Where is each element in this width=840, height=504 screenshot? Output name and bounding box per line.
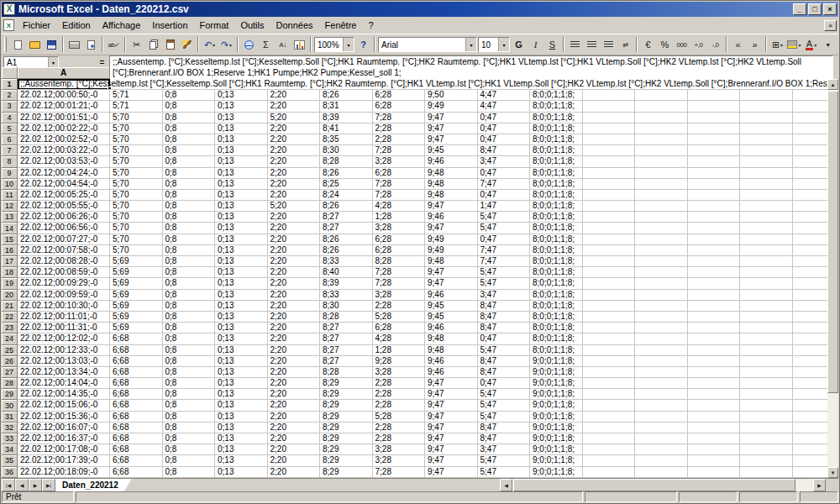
maximize-button[interactable]: □ bbox=[808, 3, 822, 15]
cell[interactable]: 5;47 bbox=[478, 389, 531, 400]
empty-cells[interactable] bbox=[583, 467, 828, 478]
cell[interactable]: 9;47 bbox=[425, 389, 478, 400]
cell[interactable]: 2;20 bbox=[268, 444, 321, 455]
cell[interactable]: 3;28 bbox=[373, 290, 426, 301]
cell[interactable]: 22.02.12;00:03:22;-0 bbox=[18, 145, 110, 156]
cell[interactable]: 9;47 bbox=[425, 378, 478, 389]
cell[interactable]: 3;47 bbox=[478, 156, 531, 167]
cell[interactable]: 2;20 bbox=[268, 245, 321, 256]
cell[interactable]: 8;28 bbox=[320, 156, 373, 167]
cell[interactable]: 8;27 bbox=[320, 345, 373, 356]
cell[interactable]: 0;8 bbox=[163, 333, 216, 344]
row-header[interactable]: 12 bbox=[2, 201, 18, 212]
cell[interactable]: 2;28 bbox=[373, 134, 426, 145]
previous-sheet-button[interactable]: ◀ bbox=[15, 479, 29, 491]
cell[interactable]: 9;47 bbox=[425, 400, 478, 411]
cell[interactable]: 8;0;0;1;1;8; bbox=[530, 312, 583, 323]
cell[interactable]: 0;8 bbox=[163, 312, 216, 323]
cell[interactable]: 0;47 bbox=[478, 113, 531, 123]
cell[interactable]: 0;13 bbox=[215, 378, 268, 389]
cell[interactable]: 0;13 bbox=[215, 433, 268, 444]
row-header[interactable]: 8 bbox=[2, 156, 18, 167]
copy-button[interactable] bbox=[145, 36, 161, 53]
cell[interactable]: 0;8 bbox=[163, 113, 216, 123]
cell[interactable]: 0;8 bbox=[163, 256, 216, 267]
cell[interactable]: 2;20 bbox=[268, 101, 321, 112]
cell[interactable]: 9;0;0;1;1;8; bbox=[530, 378, 583, 389]
cell[interactable]: 0;8 bbox=[163, 179, 216, 190]
empty-cells[interactable] bbox=[583, 423, 828, 433]
row-header[interactable]: 1 bbox=[2, 79, 18, 90]
font-color-button[interactable]: A▾ bbox=[803, 36, 819, 53]
cell[interactable]: 2;20 bbox=[268, 267, 321, 278]
cell[interactable]: 22.02.12;00:17:39;-0 bbox=[18, 455, 110, 466]
undo-button[interactable]: ↶▾ bbox=[202, 36, 218, 53]
cell[interactable]: 8;47 bbox=[478, 433, 531, 444]
cell[interactable]: 0;47 bbox=[478, 234, 531, 245]
cell[interactable]: 1;47 bbox=[478, 201, 531, 212]
cell[interactable]: 0;8 bbox=[163, 356, 216, 367]
cell[interactable]: 4;28 bbox=[373, 201, 426, 212]
cell[interactable]: 22.02.12;00:16:37;-0 bbox=[18, 433, 110, 444]
cell[interactable]: 8;0;0;1;1;8; bbox=[530, 323, 583, 333]
chevron-down-icon[interactable]: ▾ bbox=[465, 38, 476, 51]
cell[interactable]: 2;20 bbox=[268, 90, 321, 101]
cell[interactable]: 1;28 bbox=[373, 212, 426, 223]
cell[interactable]: 7;28 bbox=[373, 267, 426, 278]
cell[interactable]: 8;39 bbox=[320, 278, 373, 289]
cell[interactable]: 6;68 bbox=[110, 455, 163, 466]
insert-hyperlink-button[interactable] bbox=[241, 36, 257, 53]
cell[interactable]: 22.02.12;00:18:09;-0 bbox=[18, 467, 110, 478]
cell[interactable]: 22.02.12;00:04:24;-0 bbox=[18, 168, 110, 179]
cell[interactable]: 5;47 bbox=[478, 267, 531, 278]
cell[interactable]: 6;68 bbox=[110, 378, 163, 389]
empty-cells[interactable] bbox=[583, 90, 828, 101]
cell[interactable]: 5;47 bbox=[478, 278, 531, 289]
cell[interactable]: 8;33 bbox=[320, 290, 373, 301]
cell[interactable]: 5;47 bbox=[478, 455, 531, 466]
cell[interactable]: 8;0;0;1;1;8; bbox=[530, 156, 583, 167]
cell[interactable]: 2;20 bbox=[268, 356, 321, 367]
cell[interactable]: 9;47 bbox=[425, 113, 478, 123]
cell[interactable]: 8;0;0;1;1;8; bbox=[530, 267, 583, 278]
cell[interactable]: 5;69 bbox=[110, 256, 163, 267]
cell[interactable]: 0;8 bbox=[163, 345, 216, 356]
empty-cells[interactable] bbox=[583, 290, 828, 301]
cell[interactable]: 8;0;0;1;1;8; bbox=[530, 278, 583, 289]
menu-item[interactable]: Fenêtre bbox=[319, 18, 363, 32]
cell[interactable]: 2;20 bbox=[268, 123, 321, 134]
cell[interactable]: 8;0;0;1;1;8; bbox=[530, 345, 583, 356]
cell[interactable]: 9;48 bbox=[425, 256, 478, 267]
decrease-indent-button[interactable]: « bbox=[730, 36, 746, 53]
cell[interactable]: 0;13 bbox=[215, 423, 268, 433]
cell[interactable]: 9;46 bbox=[425, 156, 478, 167]
cell[interactable]: 9;0;0;1;1;8; bbox=[530, 389, 583, 400]
cell[interactable]: 2;20 bbox=[268, 467, 321, 478]
zoom-combo[interactable]: 100%▾ bbox=[314, 37, 354, 52]
cell[interactable]: 8;0;0;1;1;8; bbox=[530, 201, 583, 212]
cell[interactable]: 8;29 bbox=[320, 467, 373, 478]
row-header[interactable]: 5 bbox=[2, 123, 18, 134]
cell[interactable]: 8;29 bbox=[320, 423, 373, 433]
horizontal-scrollbar[interactable]: ◀ ▶ bbox=[500, 479, 826, 491]
cell[interactable]: 0;8 bbox=[163, 123, 216, 134]
format-painter-button[interactable] bbox=[179, 36, 195, 53]
cell[interactable]: 5;69 bbox=[110, 301, 163, 312]
scroll-right-icon[interactable]: ▶ bbox=[813, 479, 826, 491]
cell[interactable]: 8;26 bbox=[320, 90, 373, 101]
cell[interactable]: 0;8 bbox=[163, 145, 216, 156]
cell[interactable]: 0;13 bbox=[215, 134, 268, 145]
cell[interactable]: 5;47 bbox=[478, 223, 531, 234]
cell[interactable]: 0;47 bbox=[478, 190, 531, 201]
cell[interactable]: 0;13 bbox=[215, 412, 268, 423]
cell[interactable]: 0;13 bbox=[215, 345, 268, 356]
cell[interactable]: 0;8 bbox=[163, 412, 216, 423]
help-button[interactable]: ? bbox=[355, 36, 371, 53]
cell[interactable]: 4;28 bbox=[373, 333, 426, 344]
cell[interactable]: 8;47 bbox=[478, 356, 531, 367]
cell[interactable]: 5;69 bbox=[110, 312, 163, 323]
cell[interactable]: 8;47 bbox=[478, 301, 531, 312]
cell[interactable]: 6;28 bbox=[373, 90, 426, 101]
scroll-up-icon[interactable]: ▲ bbox=[827, 79, 838, 90]
cell[interactable]: 7;28 bbox=[373, 179, 426, 190]
